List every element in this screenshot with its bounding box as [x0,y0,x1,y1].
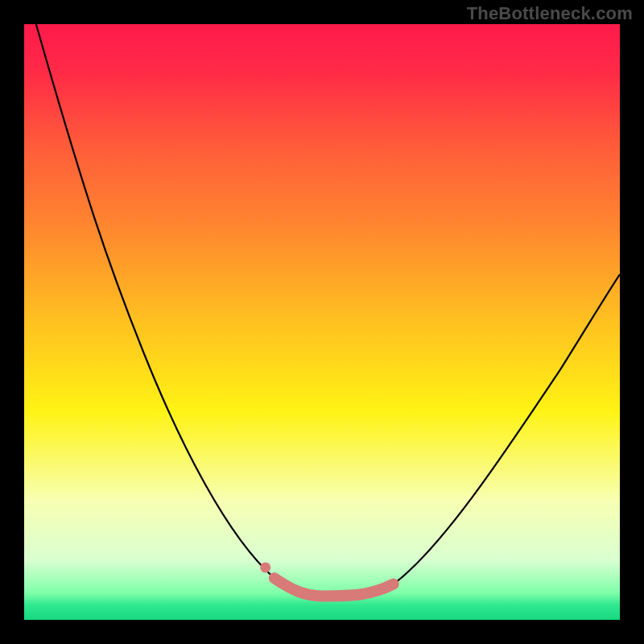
watermark-label: TheBottleneck.com [467,3,633,24]
chart-plot-area [24,24,620,620]
gradient-background [24,24,620,620]
chart-frame: TheBottleneck.com [0,0,644,644]
highlight-dot-left [260,562,270,572]
chart-svg [24,24,620,620]
